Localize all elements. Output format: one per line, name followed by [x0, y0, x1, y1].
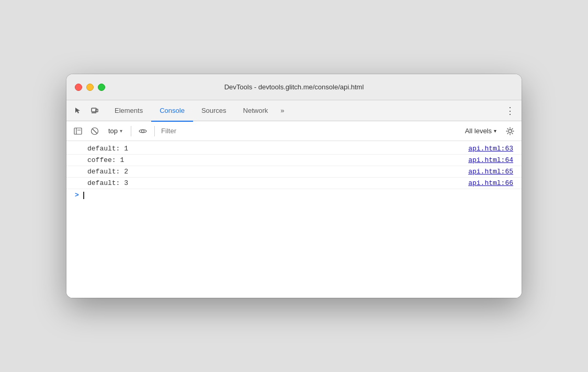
- select-element-button[interactable]: [71, 103, 85, 118]
- devtools-menu-button[interactable]: ⋮: [503, 103, 517, 118]
- tabbar: Elements Console Sources Network » ⋮: [66, 100, 522, 121]
- tab-elements[interactable]: Elements: [106, 101, 151, 122]
- tab-sources[interactable]: Sources: [193, 101, 235, 122]
- more-tabs-button[interactable]: »: [276, 107, 288, 114]
- maximize-button[interactable]: [98, 84, 105, 91]
- log-row: default: 2 api.html:65: [66, 166, 522, 178]
- filter-divider-2: [154, 126, 155, 136]
- filter-divider: [131, 126, 131, 136]
- log-row: default: 1 api.html:63: [66, 143, 522, 155]
- log-link[interactable]: api.html:65: [468, 168, 513, 176]
- eye-icon-button[interactable]: [135, 124, 150, 138]
- log-text: default: 1: [87, 145, 460, 153]
- chevron-down-icon: ▾: [120, 128, 122, 134]
- svg-rect-3: [74, 128, 82, 134]
- log-text: coffee: 1: [87, 156, 460, 164]
- log-link[interactable]: api.html:63: [468, 145, 513, 153]
- minimize-button[interactable]: [86, 84, 94, 91]
- svg-rect-1: [96, 109, 98, 112]
- log-row: default: 3 api.html:66: [66, 178, 522, 189]
- tab-console[interactable]: Console: [151, 101, 193, 122]
- console-output: default: 1 api.html:63 coffee: 1 api.htm…: [66, 141, 522, 298]
- context-selector[interactable]: top ▾: [104, 126, 127, 136]
- svg-point-9: [508, 130, 512, 133]
- filter-input[interactable]: [159, 126, 459, 136]
- console-prompt-icon: >: [75, 191, 79, 199]
- console-toolbar: top ▾ All levels ▾: [66, 121, 522, 141]
- context-value: top: [108, 127, 118, 135]
- svg-line-7: [93, 129, 97, 133]
- console-cursor: [83, 192, 84, 199]
- close-button[interactable]: [75, 84, 82, 91]
- log-text: default: 3: [87, 179, 460, 187]
- console-settings-button[interactable]: [503, 124, 517, 138]
- log-link[interactable]: api.html:64: [468, 156, 513, 164]
- traffic-lights: [75, 84, 105, 91]
- log-row: coffee: 1 api.html:64: [66, 155, 522, 166]
- titlebar: DevTools - devtools.glitch.me/console/ap…: [66, 74, 522, 100]
- clear-console-button[interactable]: [87, 124, 102, 138]
- log-text: default: 2: [87, 168, 460, 176]
- levels-chevron-icon: ▾: [494, 128, 496, 134]
- devtools-window: DevTools - devtools.glitch.me/console/ap…: [66, 74, 522, 298]
- devtools-panel: Elements Console Sources Network » ⋮: [66, 100, 522, 298]
- log-levels-button[interactable]: All levels ▾: [461, 126, 501, 136]
- tab-network[interactable]: Network: [235, 101, 277, 122]
- window-title: DevTools - devtools.glitch.me/console/ap…: [224, 83, 364, 91]
- log-link[interactable]: api.html:66: [468, 179, 513, 187]
- show-console-sidebar-button[interactable]: [71, 124, 85, 138]
- device-toolbar-button[interactable]: [87, 103, 102, 118]
- svg-point-8: [142, 130, 144, 132]
- tabbar-icons: [71, 103, 102, 118]
- levels-label: All levels: [465, 127, 492, 135]
- console-input-line[interactable]: >: [66, 189, 522, 201]
